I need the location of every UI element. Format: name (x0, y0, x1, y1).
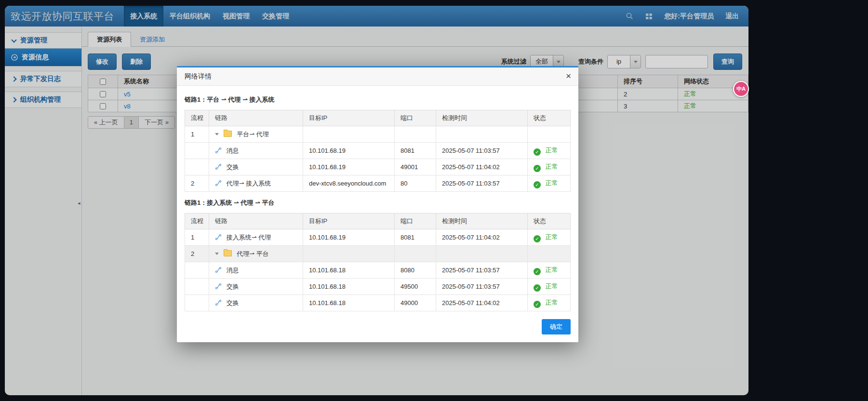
flow-link-icon (215, 163, 222, 170)
expander-triangle-icon[interactable] (215, 133, 219, 135)
target-ip-cell: 10.101.68.18 (303, 295, 395, 311)
column-header: 链路 (209, 214, 303, 229)
column-header: 流程 (185, 214, 209, 229)
folder-icon (224, 250, 232, 256)
column-header: 端口 (395, 110, 436, 126)
check-time-cell (436, 246, 528, 262)
translate-badge[interactable]: 中A (733, 81, 749, 97)
port-cell: 8080 (395, 262, 436, 279)
link-table-row: 2 代理⇀ 平台 (185, 246, 571, 262)
status-cell (528, 246, 571, 262)
step-cell (185, 143, 209, 159)
check-time-cell (436, 126, 528, 143)
step-cell (185, 279, 209, 295)
check-time-cell: 2025-05-07 11:04:02 (436, 229, 528, 246)
status-cell: ✓ 正常 (528, 159, 571, 175)
modal-section: 链路1：平台 ⇀ 代理 ⇀ 接入系统 流程链路目标IP端口检测时间状态 1 平台… (185, 95, 571, 192)
status-ok-icon: ✓ (534, 301, 541, 308)
step-cell: 1 (185, 126, 209, 143)
link-cell: 消息 (209, 262, 303, 279)
target-ip-cell: 10.101.68.18 (303, 279, 395, 295)
column-header: 状态 (528, 110, 571, 126)
step-cell: 2 (185, 246, 209, 262)
check-time-cell: 2025-05-07 11:03:57 (436, 279, 528, 295)
column-header: 检测时间 (436, 110, 528, 126)
link-cell: 消息 (209, 143, 303, 159)
link-label: 平台⇀ 代理 (237, 131, 269, 138)
modal-body: 链路1：平台 ⇀ 代理 ⇀ 接入系统 流程链路目标IP端口检测时间状态 1 平台… (177, 86, 578, 312)
step-cell (185, 295, 209, 311)
flow-link-icon (215, 234, 222, 241)
status-ok-icon: ✓ (534, 268, 541, 275)
port-cell: 8081 (395, 143, 436, 159)
flow-link-icon (215, 283, 222, 290)
ok-button[interactable]: 确定 (542, 319, 571, 334)
link-table-row: 消息 10.101.68.19 8081 2025-05-07 11:03:57… (185, 143, 571, 159)
target-ip-cell: 10.101.68.19 (303, 229, 395, 246)
port-cell: 80 (395, 175, 436, 192)
column-header: 端口 (395, 214, 436, 229)
link-label: 代理⇀ 平台 (237, 250, 269, 257)
column-header: 流程 (185, 110, 209, 126)
folder-icon (224, 131, 232, 137)
column-header: 检测时间 (436, 214, 528, 229)
target-ip-cell (303, 246, 395, 262)
link-table-row: 2 代理⇀ 接入系统 dev-xtcv8.seeyoncloud.com 80 … (185, 175, 571, 192)
link-table-row: 交换 10.101.68.18 49000 2025-05-07 11:04:0… (185, 295, 571, 311)
flow-link-icon (215, 147, 222, 154)
target-ip-cell (303, 126, 395, 143)
expander-triangle-icon[interactable] (215, 253, 219, 255)
status-ok-icon: ✓ (534, 148, 541, 156)
link-cell: 交换 (209, 295, 303, 311)
flow-link-icon (215, 267, 222, 273)
modal-footer: 确定 (177, 312, 578, 342)
port-cell (395, 246, 436, 262)
link-cell: 交换 (209, 159, 303, 175)
link-cell: 代理⇀ 平台 (209, 246, 303, 262)
modal-section: 链路1：接入系统 ⇀ 代理 ⇀ 平台 流程链路目标IP端口检测时间状态 1 接入… (185, 199, 571, 311)
link-label: 交换 (227, 163, 239, 171)
step-cell: 1 (185, 229, 209, 246)
link-chain-title: 链路1：平台 ⇀ 代理 ⇀ 接入系统 (185, 95, 571, 104)
status-ok-icon: ✓ (534, 284, 541, 292)
link-detail-table: 流程链路目标IP端口检测时间状态 1 接入系统⇀ 代理 10.101.68.19… (185, 213, 571, 311)
status-ok-icon: ✓ (534, 181, 541, 188)
step-cell: 2 (185, 175, 209, 192)
link-table-row: 消息 10.101.68.18 8080 2025-05-07 11:03:57… (185, 262, 571, 279)
column-header: 目标IP (303, 214, 395, 229)
status-label: 正常 (546, 266, 558, 273)
network-detail-modal: 网络详情 × 链路1：平台 ⇀ 代理 ⇀ 接入系统 流程链路目标IP端口检测时间… (177, 66, 578, 342)
link-chain-title: 链路1：接入系统 ⇀ 代理 ⇀ 平台 (185, 199, 571, 207)
target-ip-cell: 10.101.68.19 (303, 159, 395, 175)
column-header: 目标IP (303, 110, 395, 126)
link-table-row: 1 平台⇀ 代理 (185, 126, 571, 143)
link-label: 消息 (227, 147, 239, 154)
status-ok-icon: ✓ (534, 165, 541, 172)
status-cell (528, 126, 571, 143)
modal-header: 网络详情 × (177, 67, 578, 86)
status-label: 正常 (546, 299, 558, 306)
flow-link-icon (215, 180, 222, 187)
port-cell: 8081 (395, 229, 436, 246)
link-table-row: 交换 10.101.68.18 49500 2025-05-07 11:03:5… (185, 279, 571, 295)
status-cell: ✓ 正常 (528, 262, 571, 279)
link-table-row: 1 接入系统⇀ 代理 10.101.68.19 8081 2025-05-07 … (185, 229, 571, 246)
column-header: 链路 (209, 110, 303, 126)
desktop-background: 致远开放协同互联平台 接入系统平台组织机构视图管理交换管理 您好:平台管理员 退… (0, 0, 868, 401)
status-label: 正常 (546, 163, 558, 170)
close-icon[interactable]: × (566, 67, 571, 85)
step-cell (185, 159, 209, 175)
link-cell: 平台⇀ 代理 (209, 126, 303, 143)
port-cell: 49001 (395, 159, 436, 175)
status-cell: ✓ 正常 (528, 279, 571, 295)
link-table-header: 流程链路目标IP端口检测时间状态 (185, 214, 571, 229)
status-cell: ✓ 正常 (528, 295, 571, 311)
check-time-cell: 2025-05-07 11:03:57 (436, 143, 528, 159)
status-ok-icon: ✓ (534, 235, 541, 242)
target-ip-cell: dev-xtcv8.seeyoncloud.com (303, 175, 395, 192)
flow-link-icon (215, 299, 222, 306)
target-ip-cell: 10.101.68.18 (303, 262, 395, 279)
step-cell (185, 262, 209, 279)
status-label: 正常 (546, 282, 558, 290)
link-label: 接入系统⇀ 代理 (227, 234, 271, 241)
